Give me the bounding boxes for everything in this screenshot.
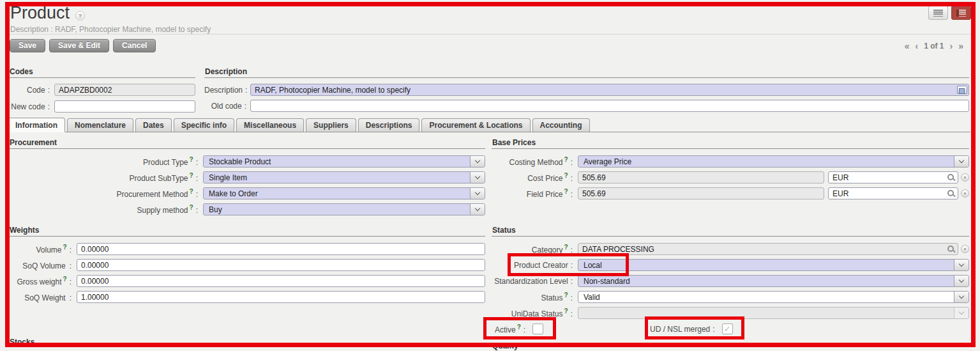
help-mark[interactable]: ? <box>190 156 193 163</box>
field-price-row: Field Price?: 505.69 EUR ▾ <box>492 185 969 201</box>
pager-last-icon[interactable]: » <box>958 41 963 51</box>
tab-procurement-locations[interactable]: Procurement & Locations <box>421 118 530 132</box>
chevron-down-icon[interactable] <box>470 204 485 215</box>
help-mark[interactable]: ? <box>564 188 568 195</box>
soq-volume-label: SoQ Volume: <box>9 260 72 270</box>
volume-field[interactable]: 0.00000 <box>77 243 485 255</box>
help-mark[interactable]: ? <box>190 204 193 211</box>
translate-icon[interactable] <box>957 86 967 94</box>
help-mark[interactable]: ? <box>564 156 568 163</box>
field-price-currency-field[interactable]: EUR <box>828 187 958 199</box>
chevron-down-icon[interactable] <box>954 292 969 302</box>
right-column: Base Prices Costing Method?: Average Pri… <box>492 137 969 351</box>
pager-prev-icon[interactable]: ‹ <box>916 41 919 51</box>
tab-bar: Information Nomenclature Dates Specific … <box>8 118 970 132</box>
form-view-button[interactable] <box>951 6 971 20</box>
tab-accounting[interactable]: Accounting <box>532 118 590 132</box>
weights-heading: Weights <box>9 225 485 237</box>
category-menu-button[interactable]: ▾ <box>961 245 969 253</box>
field-price-field[interactable]: 505.69 <box>578 187 824 199</box>
quality-heading: Quality <box>492 341 969 351</box>
pager-first-icon[interactable]: « <box>905 41 910 51</box>
help-mark[interactable]: ? <box>190 172 193 179</box>
costing-method-row: Costing Method?: Average Price <box>492 153 969 169</box>
help-mark[interactable]: ? <box>63 276 67 283</box>
procurement-method-select[interactable]: Make to Order <box>203 187 485 199</box>
chevron-down-icon[interactable] <box>470 156 485 167</box>
help-mark[interactable]: ? <box>190 188 193 195</box>
tab-dates[interactable]: Dates <box>135 118 172 132</box>
active-checkbox[interactable] <box>532 324 543 334</box>
old-code-field[interactable] <box>250 100 969 112</box>
description-row: Description: RADF, Photocopier Machine, … <box>204 82 969 98</box>
cost-price-field[interactable]: 505.69 <box>578 171 824 183</box>
help-mark[interactable]: ? <box>564 244 568 251</box>
standardization-level-row: Standardization Level: Non-standard <box>492 273 969 289</box>
tab-miscellaneous[interactable]: Miscellaneous <box>236 118 304 132</box>
header-divider <box>6 34 974 35</box>
code-field[interactable]: ADAPZBD0002 <box>54 84 195 96</box>
search-icon[interactable] <box>947 246 955 253</box>
tab-nomenclature[interactable]: Nomenclature <box>67 118 133 132</box>
chevron-down-icon[interactable] <box>954 276 969 286</box>
description-field[interactable]: RADF, Photocopier Machine, model to spec… <box>250 84 969 96</box>
new-code-field[interactable] <box>54 100 195 113</box>
gross-weight-label: Gross weight?: <box>9 276 72 286</box>
product-type-label: Product Type?: <box>9 156 198 167</box>
list-view-button[interactable] <box>928 6 948 20</box>
cancel-button[interactable]: Cancel <box>113 39 156 52</box>
currency-menu-button[interactable]: ▾ <box>961 189 969 198</box>
currency-menu-button[interactable]: ▾ <box>961 173 969 182</box>
product-type-select[interactable]: Stockable Product <box>203 155 485 168</box>
gross-weight-field[interactable]: 0.00000 <box>77 275 485 287</box>
unidata-status-select <box>578 307 969 319</box>
description-heading: Description <box>204 66 969 78</box>
pager-count: 1 of 1 <box>924 42 944 51</box>
product-subtype-row: Product SubType?: Single Item <box>9 169 485 185</box>
help-icon[interactable]: ? <box>75 11 85 20</box>
ud-nsl-merged-checkbox[interactable]: ✓ <box>722 324 733 334</box>
category-field[interactable]: DATA PROCESSING <box>578 243 958 255</box>
product-creator-select[interactable]: Local <box>578 259 969 271</box>
code-label: Code: <box>9 86 50 95</box>
old-code-row: Old code: <box>204 98 969 114</box>
search-icon[interactable] <box>947 190 955 198</box>
cost-price-label: Cost Price?: <box>492 172 573 183</box>
cost-price-currency-field[interactable]: EUR <box>828 171 958 183</box>
page-title: Product <box>10 3 70 23</box>
soq-volume-row: SoQ Volume: 0.00000 <box>9 257 485 273</box>
help-mark[interactable]: ? <box>564 308 568 315</box>
chevron-down-icon[interactable] <box>954 260 969 270</box>
search-icon[interactable] <box>947 174 955 182</box>
tab-specific-info[interactable]: Specific info <box>174 118 234 132</box>
tab-descriptions[interactable]: Descriptions <box>358 118 420 132</box>
standardization-level-select[interactable]: Non-standard <box>578 275 969 287</box>
product-subtype-select[interactable]: Single Item <box>203 171 485 183</box>
tab-information[interactable]: Information <box>8 118 65 132</box>
costing-method-select[interactable]: Average Price <box>578 155 969 168</box>
costing-method-label: Costing Method?: <box>492 156 573 167</box>
help-mark[interactable]: ? <box>564 292 568 299</box>
help-mark[interactable]: ? <box>517 324 521 331</box>
chevron-down-icon[interactable] <box>470 188 485 199</box>
chevron-down-icon[interactable] <box>470 172 485 183</box>
gross-weight-row: Gross weight?: 0.00000 <box>9 273 485 289</box>
description-section: Description Description: RADF, Photocopi… <box>204 66 969 114</box>
ud-nsl-merged-label: UD / NSL merged: <box>650 325 715 334</box>
field-price-label: Field Price?: <box>492 188 573 199</box>
soq-volume-field[interactable]: 0.00000 <box>77 259 485 271</box>
status-heading: Status <box>492 225 969 237</box>
soq-weight-field[interactable]: 1.00000 <box>77 291 485 303</box>
procurement-method-row: Procurement Method?: Make to Order <box>9 185 485 201</box>
status-label: Status?: <box>492 292 573 302</box>
tab-suppliers[interactable]: Suppliers <box>306 118 356 132</box>
save-button[interactable]: Save <box>10 39 45 52</box>
pager-next-icon[interactable]: › <box>950 41 953 51</box>
list-view-icon <box>933 10 943 17</box>
status-select[interactable]: Valid <box>578 291 969 303</box>
supply-method-select[interactable]: Buy <box>203 203 485 215</box>
help-mark[interactable]: ? <box>564 172 568 179</box>
save-edit-button[interactable]: Save & Edit <box>49 39 109 52</box>
help-mark[interactable]: ? <box>63 244 67 251</box>
chevron-down-icon[interactable] <box>954 156 969 167</box>
